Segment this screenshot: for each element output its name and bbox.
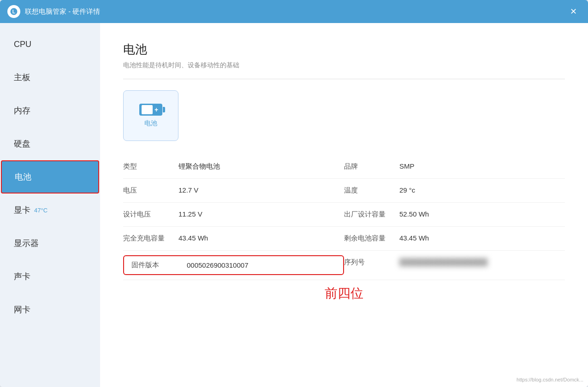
brand-value: SMP [399, 162, 415, 170]
title-bar-text: 联想电脑管家 - 硬件详情 [25, 7, 566, 16]
factory-capacity-label: 出厂设计容量 [344, 210, 399, 219]
sidebar-item-disk[interactable]: 硬盘 [0, 127, 100, 160]
type-value: 锂聚合物电池 [178, 162, 220, 171]
voltage-row: 电压 12.7 V [123, 179, 344, 203]
sidebar-item-label-battery: 电池 [15, 171, 31, 182]
design-voltage-value: 11.25 V [178, 210, 202, 218]
sidebar-item-memory[interactable]: 内存 [0, 94, 100, 127]
battery-card[interactable]: + 电池 [123, 90, 178, 141]
voltage-value: 12.7 V [178, 186, 198, 194]
sidebar-item-badge-gpu: 47°C [34, 207, 48, 214]
temperature-value: 29 °c [399, 186, 415, 194]
factory-capacity-value: 52.50 Wh [399, 210, 429, 218]
sidebar-item-battery[interactable]: 电池 [1, 160, 99, 194]
firmware-row: 固件版本 0005026900310007 [123, 251, 344, 280]
design-voltage-row: 设计电压 11.25 V [123, 203, 344, 227]
app-window: L 联想电脑管家 - 硬件详情 ✕ CPU主板内存硬盘电池显卡47°C显示器声卡… [0, 0, 588, 387]
sidebar-item-cpu[interactable]: CPU [0, 28, 100, 61]
sidebar-item-motherboard[interactable]: 主板 [0, 61, 100, 94]
info-grid: 类型 锂聚合物电池 品牌 SMP 电压 12.7 V 温度 29 °c [123, 155, 565, 302]
sidebar-item-label-monitor: 显示器 [14, 238, 39, 249]
battery-plus-sign: + [154, 106, 158, 113]
sidebar-item-sound[interactable]: 声卡 [0, 260, 100, 293]
serial-value: ██████████████████ [399, 258, 487, 266]
title-bar: L 联想电脑管家 - 硬件详情 ✕ [0, 0, 588, 23]
design-voltage-label: 设计电压 [123, 210, 178, 219]
sidebar-item-gpu[interactable]: 显卡47°C [0, 194, 100, 227]
divider [123, 79, 565, 79]
sidebar-item-label-memory: 内存 [14, 105, 30, 116]
temperature-row: 温度 29 °c [344, 179, 565, 203]
brand-label: 品牌 [344, 162, 399, 171]
remaining-label: 剩余电池容量 [344, 234, 399, 243]
full-charge-label: 完全充电容量 [123, 234, 178, 243]
type-label: 类型 [123, 162, 178, 171]
firmware-highlight-box: 固件版本 0005026900310007 [123, 255, 344, 275]
sidebar: CPU主板内存硬盘电池显卡47°C显示器声卡网卡 [0, 23, 100, 387]
full-charge-row: 完全充电容量 43.45 Wh [123, 227, 344, 251]
sidebar-item-label-cpu: CPU [14, 40, 31, 49]
page-title: 电池 [123, 41, 565, 58]
remaining-row: 剩余电池容量 43.45 Wh [344, 227, 565, 251]
sidebar-item-label-disk: 硬盘 [14, 138, 30, 149]
sidebar-item-label-gpu: 显卡 [14, 205, 30, 216]
sidebar-item-label-sound: 声卡 [14, 271, 30, 282]
remaining-value: 43.45 Wh [399, 234, 429, 242]
serial-label: 序列号 [344, 258, 399, 267]
app-logo: L [7, 5, 20, 18]
full-charge-value: 43.45 Wh [178, 234, 208, 242]
brand-row: 品牌 SMP [344, 155, 565, 179]
battery-icon: + [139, 104, 162, 116]
firmware-value: 0005026900310007 [187, 261, 248, 269]
page-subtitle: 电池性能是待机时间、设备移动性的基础 [123, 61, 565, 70]
highlight-text: 前四位 [123, 285, 565, 302]
factory-capacity-row: 出厂设计容量 52.50 Wh [344, 203, 565, 227]
temperature-label: 温度 [344, 186, 399, 195]
battery-level [142, 105, 153, 114]
sidebar-item-label-network: 网卡 [14, 304, 30, 315]
sidebar-item-network[interactable]: 网卡 [0, 293, 100, 326]
close-button[interactable]: ✕ [566, 5, 581, 18]
sidebar-item-label-motherboard: 主板 [14, 72, 30, 83]
sidebar-item-monitor[interactable]: 显示器 [0, 227, 100, 260]
device-card-container: + 电池 [123, 90, 565, 141]
svg-text:L: L [12, 9, 16, 14]
content-area: 电池 电池性能是待机时间、设备移动性的基础 + 电池 类型 锂聚合物电池 [100, 23, 588, 387]
type-row: 类型 锂聚合物电池 [123, 155, 344, 179]
firmware-label: 固件版本 [131, 261, 187, 270]
voltage-label: 电压 [123, 186, 178, 195]
main-layout: CPU主板内存硬盘电池显卡47°C显示器声卡网卡 电池 电池性能是待机时间、设备… [0, 23, 588, 387]
battery-card-label: 电池 [144, 119, 157, 128]
serial-row: 序列号 ██████████████████ [344, 251, 565, 280]
